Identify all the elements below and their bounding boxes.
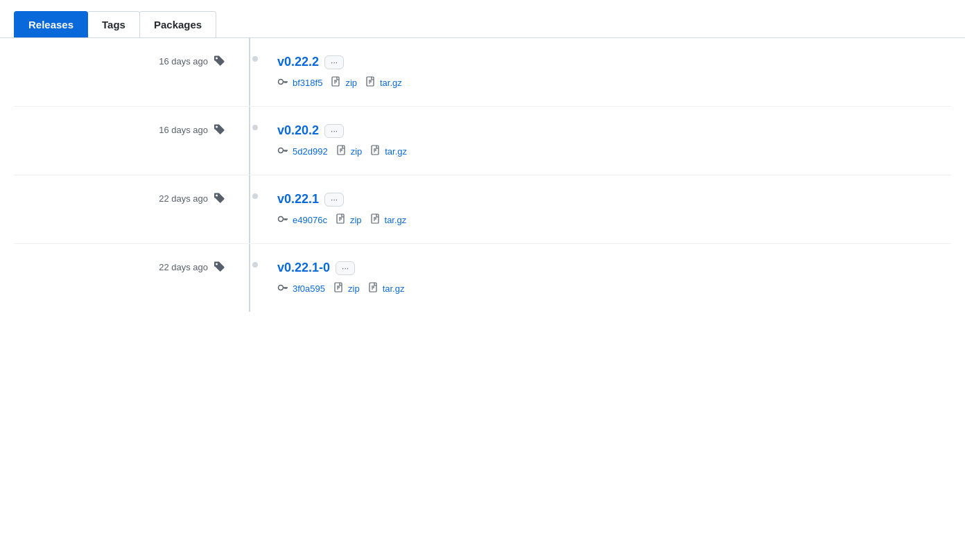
release-version-link[interactable]: v0.22.2: [277, 55, 319, 69]
asset-label: zip: [351, 146, 363, 157]
tag-icon: [214, 55, 225, 68]
svg-point-36: [279, 286, 284, 290]
asset-link-tar-gz[interactable]: tar.gz: [365, 76, 402, 89]
asset-label: zip: [345, 78, 357, 88]
timeline-dot: [251, 123, 259, 132]
file-icon: [370, 145, 381, 158]
tab-packages[interactable]: Packages: [139, 11, 216, 37]
asset-link-zip[interactable]: zip: [331, 76, 357, 89]
file-icon: [365, 76, 376, 89]
file-icon: [331, 76, 342, 89]
release-more-button[interactable]: ···: [324, 193, 344, 207]
timeline-dot: [251, 192, 259, 200]
commit-hash: bf318f5: [277, 76, 322, 89]
release-right: v0.22.1···e49076cziptar.gz: [261, 192, 951, 227]
release-header: v0.22.1-0···: [277, 261, 951, 275]
commit-hash-text[interactable]: 5d2d992: [293, 146, 328, 157]
release-left: 22 days ago: [14, 192, 250, 205]
asset-link-tar-gz[interactable]: tar.gz: [370, 145, 407, 158]
release-left: 16 days ago: [14, 123, 250, 137]
release-assets: 3f0a595ziptar.gz: [277, 282, 951, 295]
release-left: 22 days ago: [14, 261, 250, 274]
commit-hash-text[interactable]: 3f0a595: [293, 283, 325, 294]
tag-icon: [214, 123, 225, 137]
release-assets: 5d2d992ziptar.gz: [277, 145, 951, 158]
timeline-dot-container: [250, 55, 261, 63]
file-icon: [368, 282, 379, 295]
commit-hash: e49076c: [277, 213, 327, 227]
release-entry: 22 days agov0.22.1···e49076cziptar.gz: [14, 175, 951, 244]
release-more-button[interactable]: ···: [324, 55, 344, 69]
release-date: 16 days ago: [159, 56, 208, 67]
commit-hash: 5d2d992: [277, 145, 328, 158]
svg-point-24: [279, 217, 284, 222]
release-assets: bf318f5ziptar.gz: [277, 76, 951, 89]
file-icon: [336, 213, 347, 227]
release-more-button[interactable]: ···: [336, 261, 355, 275]
release-version-link[interactable]: v0.20.2: [277, 123, 319, 138]
release-header: v0.22.1···: [277, 192, 951, 207]
release-date: 22 days ago: [159, 262, 208, 272]
release-more-button[interactable]: ···: [324, 124, 344, 138]
release-right: v0.22.1-0···3f0a595ziptar.gz: [261, 261, 951, 295]
svg-point-0: [279, 80, 284, 85]
commit-key-icon: [277, 76, 288, 89]
asset-label: tar.gz: [380, 78, 402, 88]
commit-hash-text[interactable]: bf318f5: [293, 78, 322, 88]
asset-link-tar-gz[interactable]: tar.gz: [370, 213, 407, 227]
asset-link-zip[interactable]: zip: [333, 282, 360, 295]
release-date: 22 days ago: [159, 193, 208, 204]
commit-key-icon: [277, 213, 288, 227]
file-icon: [370, 213, 381, 227]
release-right: v0.20.2···5d2d992ziptar.gz: [261, 123, 951, 158]
release-left: 16 days ago: [14, 55, 250, 68]
tab-bar: ReleasesTagsPackages: [0, 0, 965, 38]
release-entry: 16 days agov0.20.2···5d2d992ziptar.gz: [14, 107, 951, 175]
release-entry: 16 days agov0.22.2···bf318f5ziptar.gz: [14, 38, 951, 107]
file-icon: [333, 282, 345, 295]
commit-key-icon: [277, 282, 288, 295]
asset-label: zip: [350, 215, 362, 225]
tag-icon: [214, 192, 225, 205]
release-entry: 22 days agov0.22.1-0···3f0a595ziptar.gz: [14, 244, 951, 312]
asset-label: tar.gz: [385, 146, 407, 157]
timeline-dot-container: [250, 123, 261, 132]
asset-label: tar.gz: [383, 283, 405, 294]
release-right: v0.22.2···bf318f5ziptar.gz: [261, 55, 951, 89]
commit-hash-text[interactable]: e49076c: [293, 215, 327, 225]
release-version-link[interactable]: v0.22.1-0: [277, 261, 330, 275]
tab-tags[interactable]: Tags: [87, 11, 140, 37]
timeline-dot: [251, 55, 259, 63]
timeline-dot-container: [250, 192, 261, 200]
releases-list: 16 days agov0.22.2···bf318f5ziptar.gz16 …: [0, 38, 965, 312]
release-date: 16 days ago: [159, 125, 208, 135]
commit-key-icon: [277, 145, 288, 158]
commit-hash: 3f0a595: [277, 282, 325, 295]
svg-point-12: [279, 148, 284, 153]
release-header: v0.22.2···: [277, 55, 951, 69]
release-assets: e49076cziptar.gz: [277, 213, 951, 227]
asset-link-zip[interactable]: zip: [336, 213, 362, 227]
file-icon: [336, 145, 347, 158]
tag-icon: [214, 261, 225, 274]
asset-label: zip: [348, 283, 360, 294]
timeline-dot-container: [250, 261, 261, 269]
asset-link-tar-gz[interactable]: tar.gz: [368, 282, 405, 295]
release-version-link[interactable]: v0.22.1: [277, 192, 319, 207]
asset-link-zip[interactable]: zip: [336, 145, 363, 158]
timeline-dot: [251, 261, 259, 269]
release-header: v0.20.2···: [277, 123, 951, 138]
releases-list-inner: 16 days agov0.22.2···bf318f5ziptar.gz16 …: [14, 38, 951, 312]
tab-releases[interactable]: Releases: [14, 11, 88, 37]
asset-label: tar.gz: [385, 215, 407, 225]
